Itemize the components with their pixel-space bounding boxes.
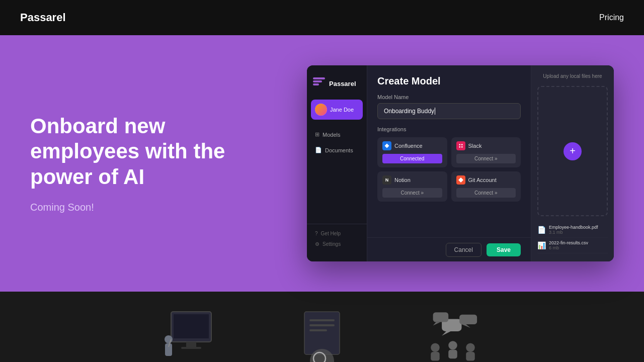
app-footer: Cancel Save: [367, 237, 531, 261]
svg-rect-28: [459, 315, 477, 324]
cancel-button[interactable]: Cancel: [446, 243, 481, 257]
help-icon: ?: [315, 231, 318, 236]
models-label: Models: [323, 132, 340, 138]
svg-rect-2: [459, 146, 460, 148]
chat-svg: [418, 307, 488, 362]
upload-title: Upload any local files here: [537, 73, 608, 79]
user-avatar-img: [315, 104, 327, 116]
file-name-1: Employee-handbook.pdf: [549, 225, 608, 230]
notion-name: Notion: [394, 177, 411, 183]
hero-subtitle: Coming Soon!: [30, 202, 257, 213]
text-cursor: [435, 108, 435, 115]
user-avatar: [315, 104, 327, 116]
logo-bar-3: [313, 83, 319, 85]
bottom-section: [0, 292, 644, 362]
file-item-1: 📄 Employee-handbook.pdf 3.1 mb: [537, 222, 608, 238]
pricing-link[interactable]: Pricing: [599, 13, 624, 22]
documents-icon: 📄: [315, 147, 322, 153]
logo-bar-2: [313, 80, 322, 82]
app-logo-icon: [313, 77, 325, 89]
model-name-input[interactable]: Onboarding Buddy: [377, 103, 521, 119]
svg-rect-12: [309, 319, 335, 321]
svg-rect-11: [304, 312, 340, 354]
svg-rect-0: [459, 144, 460, 146]
svg-rect-19: [431, 352, 440, 361]
sidebar-logo-text: Passarel: [329, 80, 356, 87]
integration-confluence: Confluence Connected: [377, 137, 447, 167]
svg-rect-6: [186, 342, 196, 347]
svg-rect-21: [448, 350, 457, 359]
confluence-icon: [382, 141, 391, 150]
documents-label: Documents: [325, 147, 353, 153]
svg-rect-1: [461, 144, 463, 146]
logo-bar-1: [313, 77, 325, 79]
sidebar-item-models[interactable]: ⊞ Models: [311, 128, 363, 141]
file-name-2: 2022-fin-results.csv: [549, 240, 608, 245]
confluence-connect-button[interactable]: Connected: [382, 154, 442, 163]
settings-label: Settings: [323, 241, 341, 247]
svg-marker-27: [433, 322, 441, 326]
svg-point-20: [448, 341, 457, 350]
svg-rect-9: [165, 343, 172, 356]
get-help-item[interactable]: ? Get Help: [311, 228, 363, 239]
illustration-search: [287, 302, 357, 362]
navbar-logo: Passarel: [20, 11, 66, 24]
svg-point-8: [165, 335, 173, 343]
sidebar-user[interactable]: Jane Doe: [311, 100, 363, 120]
app-window: Passarel Jane Doe ⊞ Models 📄 Documents: [307, 65, 614, 261]
help-label: Get Help: [321, 231, 341, 236]
integration-slack: Slack Connect »: [451, 137, 521, 167]
navbar: Passarel Pricing: [0, 0, 644, 35]
git-header: Git Account: [456, 175, 516, 185]
svg-rect-5: [174, 314, 209, 338]
svg-point-22: [466, 343, 475, 352]
upload-zone[interactable]: +: [537, 86, 608, 216]
svg-rect-23: [466, 352, 475, 361]
user-name: Jane Doe: [330, 107, 354, 113]
notion-icon: N: [382, 175, 391, 185]
slack-icon: [456, 141, 465, 150]
app-sidebar: Passarel Jane Doe ⊞ Models 📄 Documents: [307, 65, 367, 261]
hero-title: Onboard new employees with the power of …: [30, 114, 257, 190]
slack-connect-button[interactable]: Connect »: [456, 154, 516, 163]
integration-notion: N Notion Connect »: [377, 171, 447, 202]
integrations-label: Integrations: [377, 126, 521, 132]
svg-rect-3: [461, 146, 463, 148]
sidebar-item-documents[interactable]: 📄 Documents: [311, 143, 363, 157]
hero-text-block: Onboard new employees with the power of …: [30, 114, 257, 213]
models-icon: ⊞: [315, 131, 319, 138]
pdf-file-icon: 📄: [537, 226, 546, 234]
hero-section: Onboard new employees with the power of …: [0, 35, 644, 292]
notion-connect-button[interactable]: Connect »: [382, 188, 442, 198]
svg-rect-26: [433, 312, 449, 322]
search-svg: [292, 307, 352, 362]
sidebar-bottom: ? Get Help ⚙ Settings: [307, 224, 367, 253]
svg-marker-25: [442, 331, 451, 336]
settings-item[interactable]: ⚙ Settings: [311, 239, 363, 249]
integrations-grid: Confluence Connected Slack Connect »: [377, 137, 521, 202]
sidebar-nav: ⊞ Models 📄 Documents: [307, 128, 367, 224]
save-button[interactable]: Save: [487, 243, 521, 256]
git-connect-button[interactable]: Connect »: [456, 188, 516, 198]
svg-point-18: [431, 343, 440, 352]
model-name-label: Model Name: [377, 94, 521, 100]
file-size-2: 6 mb: [549, 245, 608, 250]
confluence-name: Confluence: [394, 143, 423, 149]
file-info-1: Employee-handbook.pdf 3.1 mb: [549, 225, 608, 235]
svg-rect-7: [181, 347, 201, 349]
create-model-title: Create Model: [377, 75, 521, 87]
monitor-svg: [156, 302, 226, 362]
notion-header: N Notion: [382, 175, 442, 185]
app-main: Create Model Model Name Onboarding Buddy…: [367, 65, 531, 237]
slack-name: Slack: [468, 143, 482, 149]
confluence-header: Confluence: [382, 141, 442, 150]
upload-plus-button[interactable]: +: [564, 142, 582, 160]
svg-rect-13: [309, 324, 335, 326]
svg-marker-29: [462, 324, 471, 328]
file-info-2: 2022-fin-results.csv 6 mb: [549, 240, 608, 250]
illustration-monitor: [156, 302, 226, 362]
sidebar-logo-area: Passarel: [307, 73, 367, 100]
integration-git: Git Account Connect »: [451, 171, 521, 202]
model-name-value: Onboarding Buddy: [384, 108, 434, 115]
git-name: Git Account: [468, 177, 497, 183]
